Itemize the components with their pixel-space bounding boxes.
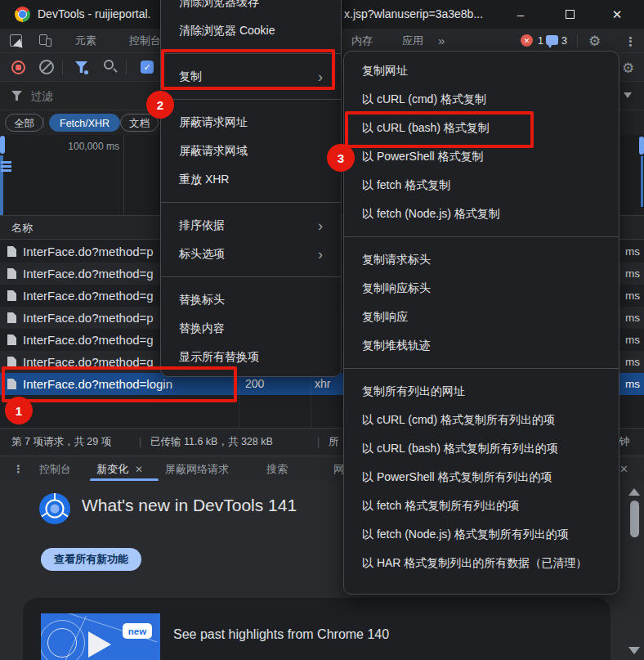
menu-item[interactable]: 替换标头 [161,285,341,314]
menu-item[interactable]: 复制所有列出的网址 [344,377,619,406]
drawer-close-icon[interactable]: ✕ [619,456,628,483]
menu-item[interactable]: 排序依据› [161,211,341,240]
menu-item[interactable]: 以 HAR 格式复制列出的所有数据（已清理） [344,549,619,577]
menu-item[interactable]: 重放 XHR [161,165,341,194]
search-icon[interactable] [104,60,114,70]
active-tab-underline [90,478,159,481]
menu-item[interactable]: 替换内容 [161,314,341,343]
menu-item[interactable]: 清除浏览器 Cookie [161,16,341,45]
close-button[interactable]: ✕ [599,0,635,29]
menu-item-label: 复制响应 [362,310,408,325]
tab-application[interactable]: 应用 [402,29,423,53]
menu-item[interactable]: 以 cURL (bash) 格式复制所有列出的项 [344,434,619,463]
menu-item[interactable]: 以 cURL (cmd) 格式复制 [344,85,619,114]
menu-item[interactable]: 以 fetch (Node.js) 格式复制所有列出的项 [344,520,619,549]
name-column-header[interactable]: 名称 [11,222,33,234]
document-icon [7,312,16,323]
menu-item-label: 替换标头 [179,293,225,308]
request-time: ms [625,351,640,373]
checkbox-check-icon: ✓ [143,62,150,73]
scroll-up-icon[interactable] [628,488,640,496]
annotation-box-step1 [2,366,237,402]
more-options-icon[interactable]: ⋮ [624,34,637,49]
message-count: 3 [561,29,567,53]
preserve-log-checkbox[interactable]: ✓ [141,61,154,74]
overview-activity-bar [1,169,11,172]
filter-input[interactable]: 过滤 [31,82,53,110]
annotation-step-1: 1 [5,397,33,424]
overview-right-strip [641,156,643,207]
tab-memory[interactable]: 内存 [351,29,373,53]
more-tabs-icon[interactable]: » [438,29,445,53]
tab-elements[interactable]: 元素 [75,29,96,53]
record-button[interactable] [11,61,25,74]
menu-item[interactable]: 复制响应 [344,303,619,331]
error-badge-icon[interactable]: ✕ [521,34,533,47]
settings-gear-icon[interactable]: ⚙ [588,34,601,48]
request-name: InterFace.do?method=p [23,307,154,329]
menu-item[interactable]: 以 cURL (cmd) 格式复制所有列出的项 [344,406,619,434]
menu-item-label: 以 cURL (cmd) 格式复制所有列出的项 [362,413,555,428]
menu-item[interactable]: 屏蔽请求网址 [161,108,341,137]
status-transferred: 已传输 11.6 kB，共 328 kB [150,429,273,456]
menu-item-label: 以 fetch 格式复制所有列出的项 [362,499,519,514]
menu-separator [344,236,619,237]
chip-all[interactable]: 全部 [5,114,43,132]
menu-separator [344,368,619,369]
menu-item[interactable]: 以 PowerShell 格式复制所有列出的项 [344,463,619,492]
status-separator: | [317,429,320,456]
menu-item[interactable]: 标头选项› [161,240,341,268]
inspect-element-icon[interactable] [10,34,22,47]
highlights-thumbnail: new [41,613,160,660]
drawer-menu-icon[interactable]: ⋮ [13,456,24,483]
clear-button[interactable] [39,60,54,74]
annotation-box-step3 [345,111,534,148]
drawer-tab-label: 新变化 [96,463,128,475]
drawer-tab-search[interactable]: 搜索 [266,456,288,483]
message-bubble-icon[interactable] [546,35,558,45]
menu-item-label: 显示所有替换项 [179,350,259,365]
error-count: 1 [538,29,543,53]
menu-item-label: 排序依据 [179,218,225,233]
menu-item[interactable]: 以 fetch 格式复制 [344,171,619,200]
menu-separator [161,202,341,203]
menu-item[interactable]: 复制响应标头 [344,274,619,303]
menu-item[interactable]: 以 fetch 格式复制所有列出的项 [344,492,619,520]
menu-item[interactable]: 复制请求标头 [344,245,619,274]
menu-item-label: 以 fetch (Node.js) 格式复制所有列出的项 [362,528,569,542]
menu-separator [161,99,341,100]
scrollbar-thumb[interactable] [630,501,639,537]
menu-item[interactable]: 复制网址 [344,56,619,85]
scroll-down-icon[interactable] [628,647,640,654]
network-settings-gear-icon[interactable]: ⚙ [622,61,634,75]
maximize-icon [566,10,575,19]
more-filters-dropdown-icon[interactable] [624,92,632,98]
menu-item[interactable]: 以 fetch (Node.js) 格式复制 [344,200,619,228]
highlights-card[interactable]: new See past highlights from Chrome 140 [23,598,610,660]
drawer-tab-network-blocking[interactable]: 屏蔽网络请求 [165,456,229,483]
minimize-button[interactable]: – [503,0,539,29]
menu-item-label: 清除浏览器 Cookie [179,24,275,38]
overview-left-handle[interactable] [0,136,5,154]
tab-close-icon[interactable]: ✕ [135,464,143,475]
menu-item[interactable]: 屏蔽请求网域 [161,137,341,165]
menu-item[interactable]: 复制堆栈轨迹 [344,331,619,360]
status-fragment: 所 [329,429,339,456]
whats-new-title: What's new in DevTools 141 [82,496,297,515]
window-title: DevTools - ruijieportal. [38,0,151,29]
close-icon: ✕ [612,7,623,22]
request-name: InterFace.do?method=g [23,329,154,351]
tab-console[interactable]: 控制台 [129,29,161,53]
drawer-tab-console[interactable]: 控制台 [39,456,71,483]
minimize-icon: – [517,7,524,21]
document-icon [7,246,16,257]
menu-item-label: 以 fetch (Node.js) 格式复制 [362,207,500,222]
overview-right-handle[interactable] [639,137,644,155]
maximize-button[interactable] [552,0,588,29]
request-time: ms [625,240,640,263]
device-toolbar-icon[interactable] [39,34,51,47]
menu-item-label: 替换内容 [179,321,225,336]
chip-fetch-xhr[interactable]: Fetch/XHR [49,114,120,132]
see-all-features-button[interactable]: 查看所有新功能 [41,548,141,571]
menu-item[interactable]: 清除浏览器缓存 [161,0,341,16]
